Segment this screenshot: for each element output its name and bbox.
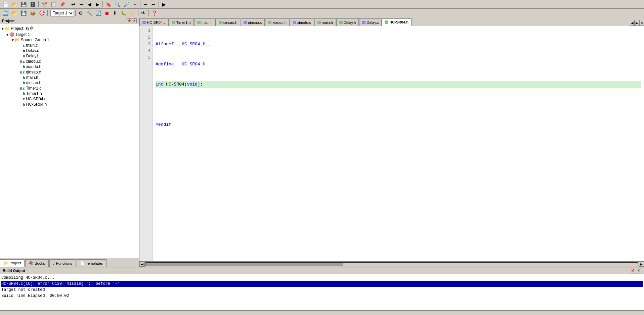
select-target-btn[interactable]: 🎯 bbox=[38, 9, 46, 17]
editor-tab-delayc[interactable]: Delay.c bbox=[359, 18, 382, 26]
indent-btn[interactable]: ⇥ bbox=[142, 1, 149, 8]
tree-target-1[interactable]: ▼ 🎯 Target 1 bbox=[0, 32, 139, 37]
left-panel-close-btn[interactable]: ✕ bbox=[132, 18, 137, 23]
project-icon: 📁 bbox=[5, 27, 10, 31]
bottom-scroll[interactable] bbox=[0, 310, 644, 315]
expand-icon-timer1c[interactable]: ⊞ bbox=[19, 87, 23, 90]
hscroll-right-btn[interactable]: ▶ bbox=[639, 262, 644, 267]
expand-icon-qinsaoc[interactable]: ⊞ bbox=[19, 70, 23, 74]
nav-fwd-btn[interactable]: ▶ bbox=[94, 1, 101, 8]
open-proj-btn[interactable]: 📂 bbox=[10, 9, 19, 17]
batch-btn[interactable]: 📦 bbox=[29, 9, 37, 17]
left-panel-pin-btn[interactable]: 📌 bbox=[127, 18, 131, 23]
tree-file-mainh[interactable]: h main.h bbox=[0, 75, 139, 80]
open-btn[interactable]: 📂 bbox=[10, 1, 19, 8]
undo-btn[interactable]: ↩ bbox=[70, 1, 77, 8]
bookmark-btn[interactable]: 🔖 bbox=[104, 1, 113, 8]
editor-tab-hcsr04c[interactable]: HC-SR04.c bbox=[139, 18, 169, 26]
view-btn[interactable]: 👁 bbox=[140, 9, 147, 17]
cut-btn[interactable]: ✂️ bbox=[40, 1, 48, 8]
code-content[interactable]: #ifndef __HC_SR04_H__ #define __HC_SR04_… bbox=[153, 26, 644, 261]
tree-file-xiaoduc[interactable]: ⊞ c xiaodu.c bbox=[0, 59, 139, 64]
hcsr04c-tab-color bbox=[142, 21, 146, 24]
tab-scroll-left[interactable]: ◀ bbox=[630, 20, 635, 26]
tree-file-qinsaoh[interactable]: h qinsao.h bbox=[0, 80, 139, 86]
editor-content[interactable]: 1 2 3 4 5 #ifndef __HC_SR04_H__ #define … bbox=[139, 26, 644, 261]
save-btn[interactable]: 💾 bbox=[19, 1, 28, 8]
tab-scroll-right[interactable]: ▶ bbox=[635, 20, 639, 26]
help-btn[interactable]: ❓ bbox=[150, 9, 159, 17]
replace-btn[interactable]: ↔ bbox=[131, 1, 139, 8]
nav-back-btn[interactable]: ◀ bbox=[86, 1, 93, 8]
tab-bar-inner: HC-SR04.c Timer1.h main.h qinsao.h bbox=[139, 18, 629, 26]
line-num-5: 5 bbox=[141, 54, 151, 61]
editor-tab-xiaoduh[interactable]: xiaodu.h bbox=[265, 18, 290, 26]
hscroll-track[interactable] bbox=[145, 262, 638, 266]
build-close-btn[interactable]: ✕ bbox=[636, 268, 641, 273]
editor-tab-qinsaoc[interactable]: qinsao.c bbox=[241, 18, 265, 26]
tree-source-group[interactable]: ▼ 📂 Source Group 1 bbox=[0, 37, 139, 43]
target-dropdown[interactable]: Target 1 bbox=[50, 10, 74, 16]
sep8 bbox=[138, 10, 138, 16]
build-pin-btn[interactable]: 📌 bbox=[630, 268, 635, 273]
editor-tab-hcsr04h[interactable]: HC-SR04.h bbox=[382, 18, 412, 26]
paste-btn[interactable]: 📌 bbox=[58, 1, 67, 8]
editor-tab-qinsaoh1[interactable]: qinsao.h bbox=[216, 18, 241, 26]
mainh-tab-label: main.h bbox=[202, 20, 213, 24]
tab-functions[interactable]: ƒ Functions bbox=[49, 259, 76, 267]
tree-file-hcsr04h[interactable]: h HC-SR04.h bbox=[0, 102, 139, 107]
expand-icon-xiaoduc[interactable]: ⊞ bbox=[19, 60, 23, 63]
tree-file-timer1c[interactable]: ⊞ c Timer1.c bbox=[0, 86, 139, 91]
file-icon-timer1c: c bbox=[23, 86, 25, 90]
tab-close[interactable]: ✕ bbox=[639, 20, 644, 26]
hscroll-left-btn[interactable]: ◀ bbox=[139, 262, 145, 267]
delayc-tab-label: Delay.c bbox=[367, 20, 379, 24]
run-btn[interactable]: ▶ bbox=[160, 1, 168, 8]
editor-tab-mainh2[interactable]: main.h bbox=[314, 18, 336, 26]
debug2-btn[interactable]: ⚡ bbox=[128, 9, 137, 17]
find-btn[interactable]: 🔍 bbox=[113, 1, 122, 8]
expand-icon-source-group[interactable]: ▼ bbox=[11, 38, 15, 42]
editor-tab-timer1h[interactable]: Timer1.h bbox=[169, 18, 194, 26]
new-file-btn[interactable]: 📄 bbox=[1, 1, 10, 8]
unindent-btn[interactable]: ⇤ bbox=[150, 1, 157, 8]
tree-file-delayh[interactable]: h Delay.h bbox=[0, 53, 139, 59]
editor-tab-mainh[interactable]: main.h bbox=[194, 18, 216, 26]
tree-file-qinsaoc[interactable]: ⊞ c qinsao.c bbox=[0, 69, 139, 75]
tree-file-delayc[interactable]: c Delay.c bbox=[0, 48, 139, 53]
config-btn[interactable]: ⚙ bbox=[77, 9, 84, 17]
books-tab-label: Books bbox=[35, 261, 45, 265]
tree-project-root[interactable]: ▼ 📁 Project: 程序 bbox=[0, 25, 139, 32]
app-container: 📄 📂 💾 🗄️ ✂️ 📋 📌 ↩ ↪ ◀ ▶ 🔖 🔍 🔎 ↔ ⇥ ⇤ ▶ 🆕 … bbox=[0, 0, 644, 315]
tab-project[interactable]: 📁 Project bbox=[0, 259, 25, 267]
tree-file-timer1h[interactable]: h Timer1.h bbox=[0, 91, 139, 96]
tree-file-mainc[interactable]: c main.c bbox=[0, 43, 139, 48]
tab-books[interactable]: 📚 Books bbox=[25, 259, 49, 267]
rebuild-btn[interactable]: 🔄 bbox=[94, 9, 102, 17]
tab-templates[interactable]: 📄 Templates bbox=[77, 259, 106, 267]
line-num-4: 4 bbox=[141, 48, 151, 54]
build-line-3: Target not created. bbox=[1, 287, 643, 293]
editor-hscroll[interactable]: ◀ ▶ bbox=[139, 261, 644, 267]
new-proj-btn[interactable]: 🆕 bbox=[1, 9, 10, 17]
source-group-icon: 📂 bbox=[15, 38, 20, 42]
hscroll-thumb bbox=[146, 263, 343, 266]
tree-file-xiaoduh[interactable]: h xiaodu.h bbox=[0, 64, 139, 69]
sep4 bbox=[140, 1, 140, 7]
copy-btn[interactable]: 📋 bbox=[49, 1, 57, 8]
debug-btn[interactable]: 🐛 bbox=[119, 9, 128, 17]
file-label-timer1c: Timer1.c bbox=[26, 86, 41, 91]
redo-btn[interactable]: ↪ bbox=[78, 1, 85, 8]
build-btn[interactable]: 🔨 bbox=[85, 9, 93, 17]
expand-icon-project[interactable]: ▼ bbox=[1, 27, 5, 31]
save-all-btn[interactable]: 🗄️ bbox=[29, 1, 37, 8]
editor-tab-xiaoduc[interactable]: xiaodu.c bbox=[290, 18, 314, 26]
stop-btn[interactable]: ⏹ bbox=[103, 9, 111, 17]
find-in-btn[interactable]: 🔎 bbox=[122, 1, 131, 8]
editor-tab-delayh[interactable]: Delay.h bbox=[336, 18, 359, 26]
download-btn[interactable]: ⬇ bbox=[111, 9, 119, 17]
tree-file-hcsr04c[interactable]: c HC-SR04.c bbox=[0, 96, 139, 102]
file-label-xiaoduh: xiaodu.h bbox=[26, 64, 41, 69]
expand-icon-target[interactable]: ▼ bbox=[5, 33, 9, 37]
save-proj-btn[interactable]: 💾 bbox=[19, 9, 28, 17]
